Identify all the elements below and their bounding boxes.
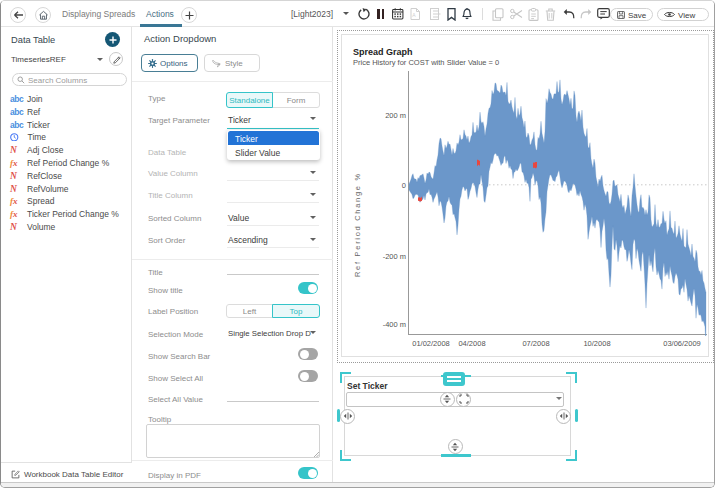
svg-text:A: A xyxy=(412,12,416,18)
